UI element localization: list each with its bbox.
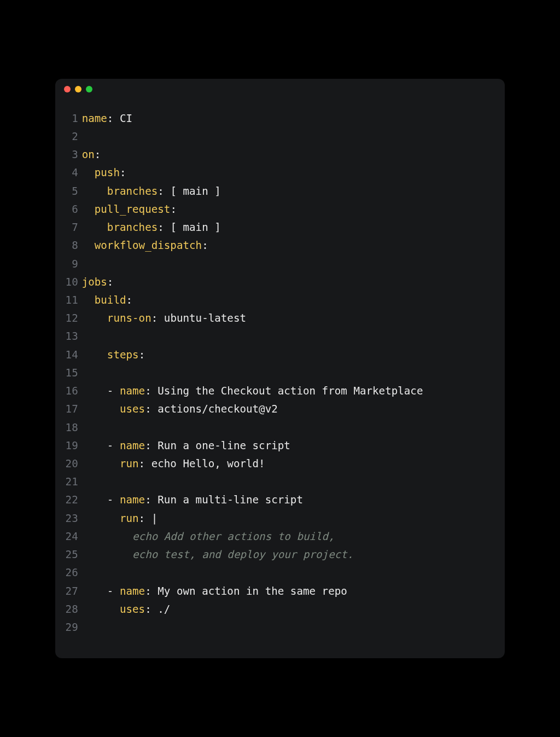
line-number: 29 (63, 618, 78, 636)
line-content: run: | (82, 509, 493, 527)
code-line: 4 push: (63, 164, 493, 182)
line-number: 26 (63, 564, 78, 582)
line-number: 2 (63, 127, 78, 146)
line-number: 19 (63, 437, 78, 455)
yaml-text: : (120, 166, 126, 179)
line-number: 21 (63, 473, 78, 491)
code-line: 13 (63, 327, 493, 345)
code-line: 1name: CI (63, 109, 493, 127)
yaml-text: : ./ (145, 603, 170, 616)
code-line: 2 (63, 127, 493, 146)
yaml-text: : Run a one-line script (145, 439, 290, 452)
yaml-key: run (120, 512, 139, 525)
line-number: 4 (63, 164, 78, 182)
window-titlebar (55, 79, 505, 100)
line-content: - name: My own action in the same repo (82, 582, 493, 600)
line-content (82, 473, 493, 491)
line-content: workflow_dispatch: (82, 236, 493, 254)
code-line: 17 uses: actions/checkout@v2 (63, 400, 493, 418)
yaml-text: : CI (107, 112, 132, 125)
yaml-text: : Using the Checkout action from Marketp… (145, 385, 423, 397)
code-line: 10jobs: (63, 273, 493, 291)
code-line: 23 run: | (63, 509, 493, 527)
yaml-text: : | (139, 512, 158, 525)
yaml-text: : echo Hello, world! (139, 457, 265, 470)
yaml-text (82, 166, 95, 179)
line-number: 7 (63, 218, 78, 236)
line-content: - name: Run a one-line script (82, 437, 493, 455)
line-content: name: CI (82, 109, 493, 127)
code-line: 25 echo test, and deploy your project. (63, 546, 493, 564)
yaml-text (82, 403, 120, 415)
line-content (82, 255, 493, 273)
maximize-icon[interactable] (86, 86, 92, 92)
yaml-text: - (82, 385, 120, 397)
yaml-key: name (82, 112, 107, 125)
code-line: 28 uses: ./ (63, 600, 493, 618)
yaml-text (82, 294, 95, 306)
line-content: runs-on: ubuntu-latest (82, 309, 493, 327)
code-line: 7 branches: [ main ] (63, 218, 493, 236)
yaml-text (82, 603, 120, 616)
yaml-key: name (120, 439, 145, 452)
code-line: 22 - name: Run a multi-line script (63, 491, 493, 509)
yaml-text (82, 203, 95, 216)
yaml-text (82, 185, 107, 198)
line-number: 13 (63, 327, 78, 345)
yaml-string: echo Add other actions to build, (132, 530, 335, 543)
yaml-text: : (95, 148, 101, 161)
code-line: 12 runs-on: ubuntu-latest (63, 309, 493, 327)
line-content (82, 564, 493, 582)
line-number: 10 (63, 273, 78, 291)
yaml-text: : (139, 349, 145, 361)
yaml-key: name (120, 494, 145, 506)
line-number: 23 (63, 509, 78, 527)
line-content: build: (82, 291, 493, 309)
yaml-key: run (120, 457, 139, 470)
code-line: 11 build: (63, 291, 493, 309)
yaml-text (82, 221, 107, 234)
line-number: 18 (63, 419, 78, 437)
yaml-text: : (107, 276, 114, 288)
line-content: run: echo Hello, world! (82, 455, 493, 473)
line-content: echo test, and deploy your project. (82, 546, 493, 564)
yaml-key: build (95, 294, 126, 306)
yaml-string: echo test, and deploy your project. (132, 548, 353, 561)
line-number: 3 (63, 146, 78, 164)
yaml-text: : actions/checkout@v2 (145, 403, 278, 415)
line-number: 28 (63, 600, 78, 618)
yaml-text (82, 239, 95, 252)
line-content: steps: (82, 346, 493, 364)
code-line: 27 - name: My own action in the same rep… (63, 582, 493, 600)
yaml-key: name (120, 385, 145, 397)
line-number: 25 (63, 546, 78, 564)
code-block: 1name: CI2 3on:4 push:5 branches: [ main… (55, 100, 505, 642)
yaml-text: : Run a multi-line script (145, 494, 303, 506)
line-number: 14 (63, 346, 78, 364)
line-number: 24 (63, 527, 78, 546)
minimize-icon[interactable] (75, 86, 81, 92)
code-line: 6 pull_request: (63, 200, 493, 218)
line-number: 8 (63, 236, 78, 254)
code-line: 26 (63, 564, 493, 582)
line-number: 16 (63, 382, 78, 400)
line-number: 15 (63, 364, 78, 382)
code-window: 1name: CI2 3on:4 push:5 branches: [ main… (55, 79, 505, 658)
line-number: 27 (63, 582, 78, 600)
yaml-text: : [ main ] (158, 185, 221, 198)
line-content: on: (82, 146, 493, 164)
yaml-key: jobs (82, 276, 107, 288)
line-number: 20 (63, 455, 78, 473)
code-line: 24 echo Add other actions to build, (63, 527, 493, 546)
line-content (82, 327, 493, 345)
yaml-text: : (170, 203, 177, 216)
line-number: 22 (63, 491, 78, 509)
line-content: jobs: (82, 273, 493, 291)
line-number: 17 (63, 400, 78, 418)
yaml-text (82, 457, 120, 470)
yaml-text: : [ main ] (158, 221, 221, 234)
close-icon[interactable] (64, 86, 71, 92)
yaml-key: steps (107, 349, 139, 361)
code-line: 9 (63, 255, 493, 273)
yaml-text (82, 548, 132, 561)
